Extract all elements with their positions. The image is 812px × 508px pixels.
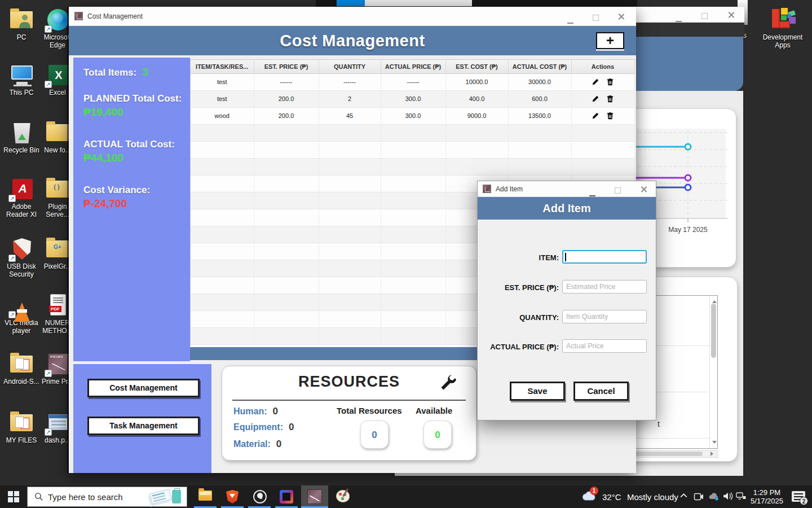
window-titlebar[interactable]: Cost Management [69, 7, 636, 26]
intellij-icon [280, 490, 293, 503]
desktop-icon-this-pc[interactable]: This PC [1, 62, 42, 97]
desktop-icon-label: Recycle Bin [1, 146, 42, 154]
task-management-nav-button[interactable]: Task Management [87, 417, 200, 435]
cost-variance-value: ₱-24,700 [83, 198, 190, 210]
delete-icon[interactable] [606, 78, 614, 86]
item-label: ITEM: [482, 253, 559, 262]
weather-button[interactable]: 1 [581, 489, 600, 505]
app-logo-icon [74, 12, 83, 20]
meet-now-icon[interactable] [694, 492, 704, 502]
minimize-icon[interactable] [567, 16, 573, 26]
taskbar-clock[interactable]: 1:29 PM 5/17/2025 [745, 488, 788, 505]
taskbar-intellij[interactable] [273, 485, 300, 508]
cancel-button[interactable]: Cancel [573, 382, 629, 401]
tray-chevron-icon[interactable] [679, 492, 688, 500]
wrench-icon[interactable] [438, 373, 458, 393]
available-header: Available [416, 406, 452, 415]
taskbar-prime-project-active[interactable] [301, 485, 328, 508]
desktop-icon-label: Android-S... [1, 378, 42, 386]
taskbar: Type here to search 1 32°C Mostly cloudy… [0, 485, 812, 508]
edit-icon[interactable] [592, 95, 599, 103]
edit-icon[interactable] [592, 112, 599, 120]
series-blue-marker [685, 185, 691, 190]
est-price-input[interactable] [562, 280, 647, 294]
column-header[interactable]: ITEM/TASK/RES... [191, 60, 254, 73]
maximize-icon[interactable] [701, 11, 708, 21]
search-highlight-art[interactable] [149, 489, 183, 505]
close-icon[interactable] [727, 11, 735, 21]
desktop-icon-adobe-reader[interactable]: Adobe Reader XI [1, 176, 42, 218]
blocks-icon [769, 7, 797, 32]
maximize-icon[interactable] [615, 186, 621, 196]
close-icon[interactable] [617, 12, 625, 23]
column-header[interactable]: EST. PRICE (₱) [254, 60, 319, 73]
quantity-input[interactable] [562, 310, 647, 323]
save-button[interactable]: Save [510, 382, 565, 401]
clock-date: 5/17/2025 [745, 497, 788, 505]
start-button[interactable] [8, 491, 19, 502]
desktop-icon-vlc[interactable]: VLC media player [1, 292, 42, 335]
column-header[interactable]: Actions [571, 60, 634, 73]
table-row[interactable]: wood200.045300.09000.013500.0 [191, 107, 634, 124]
table-empty-row [191, 158, 634, 175]
cost-management-nav-button[interactable]: Cost Management [87, 379, 200, 397]
delete-icon[interactable] [606, 95, 614, 103]
clock-time: 1:29 PM [745, 488, 788, 497]
suitcase-icon [172, 490, 181, 503]
vertical-scrollbar[interactable] [709, 296, 717, 448]
add-item-button[interactable]: + [596, 32, 624, 49]
table-row[interactable]: test200.02300.0400.0600.0 [191, 90, 634, 107]
background-browser-strip [316, 0, 637, 7]
table-empty-row [191, 124, 634, 141]
column-header[interactable]: ACTUAL PRICE (₱) [381, 60, 445, 73]
taskbar-brave[interactable] [219, 485, 246, 508]
folder-icon [46, 124, 69, 141]
desktop-icon-development-apps[interactable]: Development Apps [760, 7, 805, 49]
taskbar-search[interactable]: Type here to search [27, 487, 187, 507]
weather-badge: 1 [590, 487, 598, 495]
desktop-icon-recycle-bin[interactable]: Recycle Bin [1, 120, 42, 154]
column-header[interactable]: ACTUAL COST (₱) [508, 60, 571, 73]
shortcut-arrow-icon [8, 195, 16, 202]
actual-price-label: ACTUAL PRICE (₱): [482, 343, 559, 351]
cost-summary-panel: Total Items: 3 PLANNED Total Cost: ₱19,4… [73, 58, 190, 361]
actual-price-input[interactable] [562, 339, 647, 353]
table-header-row: ITEM/TASK/RES... EST. PRICE (₱) QUANTITY… [191, 60, 634, 73]
desktop-icon-usb-disk-security[interactable]: USB Disk Security [1, 236, 42, 278]
search-icon [34, 492, 43, 501]
table-row[interactable]: test------------------10000.030000.0 [191, 73, 634, 90]
desktop-icon-pc[interactable]: PC [1, 7, 42, 41]
screenshot-file-icon [48, 414, 68, 430]
desktop-icon-my-files[interactable]: MY FILES [1, 410, 42, 444]
network-icon[interactable] [736, 492, 746, 501]
onedrive-icon[interactable]: i [708, 492, 720, 501]
app-logo-icon [483, 185, 491, 193]
column-header[interactable]: EST. COST (₱) [445, 60, 508, 73]
taskbar-file-explorer[interactable] [192, 485, 219, 508]
taskbar-obs[interactable] [246, 485, 273, 508]
desktop-icon-label: This PC [1, 89, 42, 97]
paint-icon [336, 490, 350, 502]
volume-icon[interactable] [723, 492, 733, 501]
delete-icon[interactable] [606, 112, 614, 120]
maximize-icon[interactable] [593, 13, 599, 23]
prime-project-icon [307, 489, 322, 504]
human-value: 0 [273, 406, 278, 417]
shortcut-arrow-icon [8, 311, 16, 318]
temperature: 32°C [602, 492, 621, 502]
column-header[interactable]: QUANTITY [319, 60, 381, 73]
desktop-icon-label: PC [1, 33, 42, 41]
obs-icon [253, 490, 267, 503]
close-icon[interactable] [640, 185, 647, 195]
notification-center-button[interactable]: 2 [792, 491, 805, 502]
dialog-titlebar[interactable]: Add Item [478, 181, 656, 197]
series-purple-marker [685, 175, 691, 181]
desktop-icon-android-s[interactable]: Android-S... [1, 351, 42, 386]
shortcut-arrow-icon [45, 25, 52, 33]
edit-icon[interactable] [592, 78, 599, 86]
shortcut-arrow-icon [45, 428, 52, 436]
shortcut-arrow-icon [8, 255, 16, 262]
scrollbar-thumb[interactable] [711, 304, 716, 358]
item-input[interactable] [562, 250, 647, 264]
taskbar-paint[interactable] [329, 485, 356, 508]
